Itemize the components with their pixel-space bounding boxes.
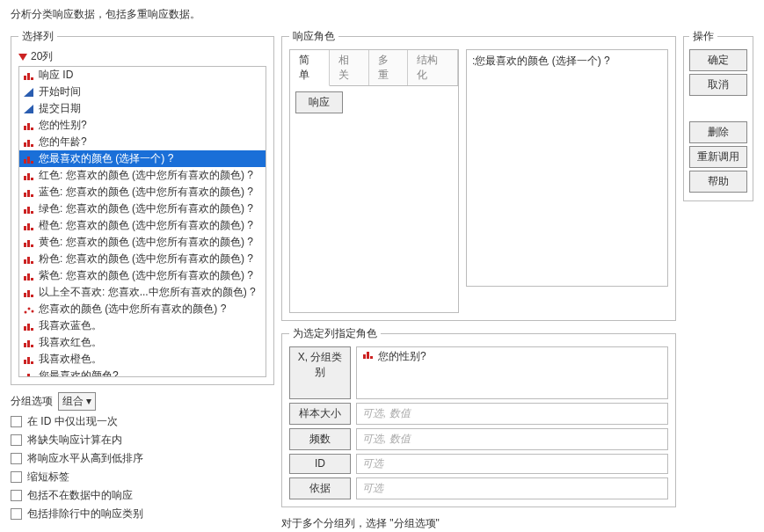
bar-icon — [23, 288, 35, 298]
assign-field[interactable]: 可选, 数值 — [356, 403, 668, 425]
assign-role-group: 为选定列指定角色 X, 分组类别您的性别?样本大小可选, 数值频数可选, 数值I… — [281, 326, 676, 507]
role-summary-text: 您最喜欢的颜色 (选择一个) ? — [475, 55, 609, 67]
svg-rect-24 — [27, 223, 30, 230]
assign-field[interactable]: 可选, 数值 — [356, 428, 668, 450]
assign-button[interactable]: ID — [289, 454, 351, 474]
assign-button[interactable]: 频数 — [289, 428, 351, 450]
column-item[interactable]: 粉色: 您喜欢的颜色 (选中您所有喜欢的颜色) ? — [19, 251, 266, 267]
bar-icon — [23, 171, 35, 181]
column-item[interactable]: 您喜欢的颜色 (选中您所有喜欢的颜色) ? — [19, 301, 266, 317]
assign-role-legend: 为选定列指定角色 — [289, 326, 381, 341]
tab-2[interactable]: 多重 — [369, 50, 409, 85]
column-item[interactable]: 开始时间 — [19, 84, 266, 100]
assign-field[interactable]: 可选 — [356, 477, 668, 499]
op-button[interactable]: 确定 — [689, 49, 747, 71]
assign-footer-note: 对于多个分组列，选择 "分组选项" — [281, 516, 676, 531]
column-item[interactable]: 黄色: 您喜欢的颜色 (选中您所有喜欢的颜色) ? — [19, 234, 266, 251]
checkbox-icon[interactable] — [11, 416, 22, 427]
bar-icon — [23, 187, 35, 198]
bar-icon — [23, 120, 35, 131]
column-item-label: 橙色: 您喜欢的颜色 (选中您所有喜欢的颜色) ? — [39, 218, 253, 233]
svg-rect-23 — [24, 226, 26, 230]
ops-group: 操作 确定取消 删除重新调用帮助 — [683, 29, 753, 201]
column-item[interactable]: 红色: 您喜欢的颜色 (选中您所有喜欢的颜色) ? — [19, 167, 266, 184]
op-button[interactable]: 重新调用 — [689, 146, 747, 168]
svg-rect-29 — [24, 259, 26, 264]
assign-button[interactable]: 样本大小 — [289, 403, 351, 425]
group-option-row[interactable]: 将缺失响应计算在内 — [11, 433, 274, 448]
svg-rect-22 — [31, 211, 33, 214]
op-button[interactable]: 帮助 — [689, 171, 747, 193]
svg-rect-31 — [31, 261, 33, 264]
bar-icon — [23, 137, 35, 148]
column-count-disclose[interactable]: 20列 — [18, 49, 266, 64]
svg-rect-37 — [31, 295, 33, 297]
group-options-group: 分组选项 组合 ▾ 在 ID 中仅出现一次将缺失响应计算在内将响应水平从高到低排… — [11, 392, 274, 521]
svg-rect-8 — [24, 142, 26, 147]
column-item[interactable]: 我喜欢蓝色。 — [19, 317, 266, 334]
tab-0[interactable]: 简单 — [290, 50, 330, 86]
svg-rect-2 — [31, 77, 33, 80]
column-list[interactable]: 响应 ID开始时间提交日期您的性别?您的年龄?您最喜欢的颜色 (选择一个) ?红… — [18, 66, 266, 377]
column-item[interactable]: 以上全不喜欢: 您喜欢...中您所有喜欢的颜色) ? — [19, 284, 266, 301]
checkbox-icon[interactable] — [11, 471, 22, 483]
tab-3[interactable]: 结构化 — [408, 50, 458, 85]
group-option-row[interactable]: 将响应水平从高到低排序 — [11, 451, 274, 466]
column-item-label: 绿色: 您喜欢的颜色 (选中您所有喜欢的颜色) ? — [39, 201, 253, 216]
column-item[interactable]: 绿色: 您喜欢的颜色 (选中您所有喜欢的颜色) ? — [19, 200, 266, 217]
tri-icon — [23, 87, 35, 98]
group-option-row[interactable]: 包括排除行中的响应类别 — [11, 506, 274, 521]
svg-rect-20 — [24, 209, 26, 214]
column-item[interactable]: 您最喜欢的颜色 (选择一个) ? — [19, 150, 266, 167]
column-item[interactable]: 您最喜欢的颜色? — [19, 368, 266, 377]
response-button[interactable]: 响应 — [295, 91, 343, 113]
tri-icon — [23, 104, 35, 114]
column-item[interactable]: 您的年龄? — [19, 134, 266, 150]
assign-field-text: 您的性别? — [378, 349, 426, 364]
svg-rect-13 — [31, 161, 33, 164]
assign-field[interactable]: 您的性别? — [356, 346, 668, 399]
bar-icon — [23, 338, 35, 348]
group-option-row[interactable]: 在 ID 中仅出现一次 — [11, 414, 274, 429]
bar-icon — [23, 204, 35, 215]
column-count-label: 20列 — [31, 49, 53, 64]
svg-rect-51 — [27, 374, 30, 378]
group-option-row[interactable]: 包括不在数据中的响应 — [11, 488, 274, 503]
checkbox-icon[interactable] — [11, 508, 22, 520]
assign-button[interactable]: 依据 — [289, 477, 351, 499]
checkbox-icon[interactable] — [11, 490, 22, 501]
svg-rect-34 — [31, 278, 33, 281]
column-item[interactable]: 您的性别? — [19, 117, 266, 134]
op-button[interactable]: 取消 — [689, 74, 747, 96]
checkbox-icon[interactable] — [11, 434, 22, 446]
checkbox-icon[interactable] — [11, 453, 22, 464]
column-item-label: 您最喜欢的颜色? — [39, 368, 119, 377]
svg-rect-50 — [24, 376, 26, 378]
column-item[interactable]: 蓝色: 您喜欢的颜色 (选中您所有喜欢的颜色) ? — [19, 184, 266, 200]
bar-icon — [23, 237, 35, 248]
column-item[interactable]: 我喜欢橙色。 — [19, 351, 266, 368]
column-item-label: 您最喜欢的颜色 (选择一个) ? — [39, 151, 173, 166]
svg-rect-44 — [24, 343, 26, 347]
column-item[interactable]: 紫色: 您喜欢的颜色 (选中您所有喜欢的颜色) ? — [19, 267, 266, 284]
bar-icon — [23, 70, 35, 81]
svg-rect-33 — [27, 273, 30, 281]
op-button[interactable]: 删除 — [689, 121, 747, 143]
column-item-label: 黄色: 您喜欢的颜色 (选中您所有喜欢的颜色) ? — [39, 235, 253, 250]
group-option-label: 将响应水平从高到低排序 — [27, 451, 143, 466]
assign-row: 频数可选, 数值 — [289, 428, 668, 450]
column-item[interactable]: 橙色: 您喜欢的颜色 (选中您所有喜欢的颜色) ? — [19, 217, 266, 234]
column-item[interactable]: 我喜欢红色。 — [19, 334, 266, 351]
column-item[interactable]: 提交日期 — [19, 100, 266, 117]
svg-point-38 — [25, 310, 27, 313]
svg-rect-30 — [27, 257, 30, 264]
assign-button[interactable]: X, 分组类别 — [289, 346, 351, 399]
assign-row: 样本大小可选, 数值 — [289, 403, 668, 425]
group-combine-select[interactable]: 组合 ▾ — [58, 392, 96, 411]
column-item[interactable]: 响应 ID — [19, 67, 266, 84]
group-option-row[interactable]: 缩短标签 — [11, 470, 274, 485]
tab-1[interactable]: 相关 — [330, 50, 369, 85]
svg-rect-10 — [31, 144, 33, 147]
assign-field[interactable]: 可选 — [356, 454, 668, 474]
bar-icon — [23, 371, 35, 378]
